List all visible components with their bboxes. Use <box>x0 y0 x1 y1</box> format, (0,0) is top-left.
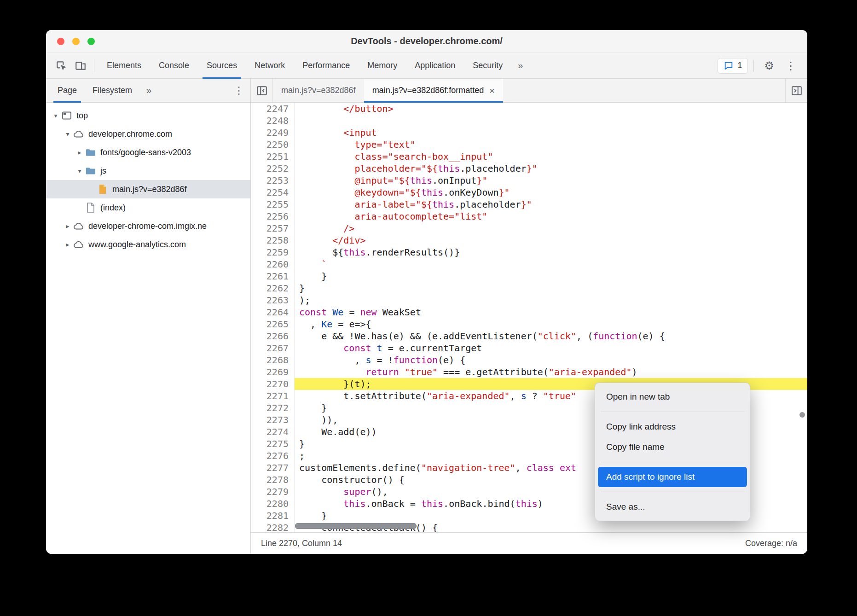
line-number-2281[interactable]: 2281 <box>251 510 295 522</box>
vertical-scrollbar-thumb[interactable] <box>799 412 805 418</box>
code-line-2267[interactable]: 2267 const t = e.currentTarget <box>251 342 807 354</box>
code-line-2262[interactable]: 2262} <box>251 282 807 294</box>
menu-item-add-script-to-ignore-list[interactable]: Add script to ignore list <box>598 467 747 487</box>
panel-tab-application[interactable]: Application <box>406 53 464 78</box>
line-number-2252[interactable]: 2252 <box>251 163 295 174</box>
sidebar-tab-filesystem[interactable]: Filesystem <box>85 79 140 102</box>
editor-tab-main-js-v-e382d86f-formatted[interactable]: main.js?v=e382d86f:formatted× <box>364 79 503 102</box>
line-number-2274[interactable]: 2274 <box>251 426 295 438</box>
disclosure-collapsed-icon[interactable]: ▸ <box>63 222 73 230</box>
panel-tab-memory[interactable]: Memory <box>359 53 406 78</box>
tree-item-fonts-google-sans-v2003[interactable]: ▸fonts/google-sans-v2003 <box>46 143 250 162</box>
line-number-2262[interactable]: 2262 <box>251 282 295 294</box>
line-number-2253[interactable]: 2253 <box>251 174 295 186</box>
line-number-2267[interactable]: 2267 <box>251 342 295 354</box>
line-number-2277[interactable]: 2277 <box>251 462 295 474</box>
horizontal-scrollbar-thumb[interactable] <box>295 523 417 529</box>
tree-item-index[interactable]: (index) <box>46 198 250 217</box>
code-line-2260[interactable]: 2260 ` <box>251 258 807 270</box>
code-line-2266[interactable]: 2266 e && !We.has(e) && (e.addEventListe… <box>251 330 807 342</box>
line-number-2265[interactable]: 2265 <box>251 318 295 330</box>
code-line-2255[interactable]: 2255 aria-label="${this.placeholder}" <box>251 198 807 210</box>
panel-tab-performance[interactable]: Performance <box>294 53 359 78</box>
line-number-2258[interactable]: 2258 <box>251 234 295 246</box>
panel-tab-console[interactable]: Console <box>150 53 198 78</box>
device-toolbar-icon[interactable] <box>71 53 90 78</box>
line-number-2261[interactable]: 2261 <box>251 270 295 282</box>
line-number-2256[interactable]: 2256 <box>251 210 295 222</box>
code-line-2258[interactable]: 2258 </div> <box>251 234 807 246</box>
code-line-2269[interactable]: 2269 return "true" === e.getAttribute("a… <box>251 366 807 378</box>
line-number-2282[interactable]: 2282 <box>251 522 295 532</box>
zoom-window-button[interactable] <box>87 38 95 45</box>
editor-tab-main-js-v-e382d86f[interactable]: main.js?v=e382d86f <box>273 79 364 102</box>
disclosure-expanded-icon[interactable]: ▾ <box>75 167 85 174</box>
disclosure-expanded-icon[interactable]: ▾ <box>63 130 73 138</box>
tree-item-top[interactable]: ▾top <box>46 106 250 125</box>
code-line-2249[interactable]: 2249 <input <box>251 127 807 139</box>
close-window-button[interactable] <box>57 38 64 45</box>
line-number-2257[interactable]: 2257 <box>251 222 295 234</box>
line-number-2251[interactable]: 2251 <box>251 151 295 163</box>
menu-item-open-in-new-tab[interactable]: Open in new tab <box>598 387 747 407</box>
line-number-2254[interactable]: 2254 <box>251 186 295 198</box>
code-line-2248[interactable]: 2248 <box>251 115 807 127</box>
line-number-2250[interactable]: 2250 <box>251 139 295 151</box>
close-tab-icon[interactable]: × <box>489 86 495 95</box>
tree-item-www-google-analytics-com[interactable]: ▸www.google-analytics.com <box>46 235 250 254</box>
show-debugger-sidebar-icon[interactable] <box>785 79 807 102</box>
kebab-menu-icon[interactable]: ⋮ <box>781 59 801 72</box>
navigator-kebab-menu-icon[interactable]: ⋮ <box>227 79 250 102</box>
code-line-2250[interactable]: 2250 type="text" <box>251 139 807 151</box>
minimize-window-button[interactable] <box>72 38 80 45</box>
more-panels-chevron[interactable]: » <box>511 53 529 78</box>
hide-navigator-icon[interactable] <box>251 79 273 102</box>
panel-tab-sources[interactable]: Sources <box>198 53 246 78</box>
code-line-2256[interactable]: 2256 aria-autocomplete="list" <box>251 210 807 222</box>
code-line-2257[interactable]: 2257 /> <box>251 222 807 234</box>
disclosure-expanded-icon[interactable]: ▾ <box>51 112 61 119</box>
code-line-2264[interactable]: 2264const We = new WeakSet <box>251 306 807 318</box>
settings-gear-icon[interactable]: ⚙ <box>759 59 779 72</box>
line-number-2280[interactable]: 2280 <box>251 498 295 510</box>
line-number-2264[interactable]: 2264 <box>251 306 295 318</box>
menu-item-copy-file-name[interactable]: Copy file name <box>598 437 747 457</box>
code-line-2268[interactable]: 2268 , s = !function(e) { <box>251 354 807 366</box>
code-line-2254[interactable]: 2254 @keydown="${this.onKeyDown}" <box>251 186 807 198</box>
line-number-2269[interactable]: 2269 <box>251 366 295 378</box>
panel-tab-network[interactable]: Network <box>246 53 294 78</box>
tree-item-developer-chrome-com[interactable]: ▾developer.chrome.com <box>46 125 250 143</box>
disclosure-collapsed-icon[interactable]: ▸ <box>75 149 85 156</box>
panel-tab-security[interactable]: Security <box>464 53 511 78</box>
tree-item-developer-chrome-com-imgix-ne[interactable]: ▸developer-chrome-com.imgix.ne <box>46 217 250 235</box>
code-line-2253[interactable]: 2253 @input="${this.onInput}" <box>251 174 807 186</box>
console-messages-button[interactable]: 1 <box>718 58 748 74</box>
code-line-2265[interactable]: 2265 , Ke = e=>{ <box>251 318 807 330</box>
panel-tab-elements[interactable]: Elements <box>98 53 150 78</box>
line-number-2248[interactable]: 2248 <box>251 115 295 127</box>
line-number-2263[interactable]: 2263 <box>251 294 295 306</box>
inspect-element-icon[interactable] <box>52 53 71 78</box>
menu-item-copy-link-address[interactable]: Copy link address <box>598 417 747 437</box>
line-number-2273[interactable]: 2273 <box>251 414 295 426</box>
line-number-2268[interactable]: 2268 <box>251 354 295 366</box>
line-number-2247[interactable]: 2247 <box>251 103 295 115</box>
more-navigator-tabs-chevron[interactable]: » <box>140 79 158 102</box>
line-number-2276[interactable]: 2276 <box>251 450 295 462</box>
line-number-2266[interactable]: 2266 <box>251 330 295 342</box>
code-line-2263[interactable]: 2263); <box>251 294 807 306</box>
menu-item-save-as[interactable]: Save as... <box>598 497 747 517</box>
tree-item-js[interactable]: ▾js <box>46 162 250 180</box>
code-line-2247[interactable]: 2247 </button> <box>251 103 807 115</box>
line-number-2255[interactable]: 2255 <box>251 198 295 210</box>
code-line-2261[interactable]: 2261 } <box>251 270 807 282</box>
sidebar-tab-page[interactable]: Page <box>50 79 85 102</box>
line-number-2272[interactable]: 2272 <box>251 402 295 414</box>
code-line-2251[interactable]: 2251 class="search-box__input" <box>251 151 807 163</box>
line-number-2279[interactable]: 2279 <box>251 486 295 498</box>
line-number-2278[interactable]: 2278 <box>251 474 295 486</box>
line-number-2260[interactable]: 2260 <box>251 258 295 270</box>
code-line-2259[interactable]: 2259 ${this.renderResults()} <box>251 246 807 258</box>
disclosure-collapsed-icon[interactable]: ▸ <box>63 241 73 248</box>
line-number-2271[interactable]: 2271 <box>251 390 295 402</box>
